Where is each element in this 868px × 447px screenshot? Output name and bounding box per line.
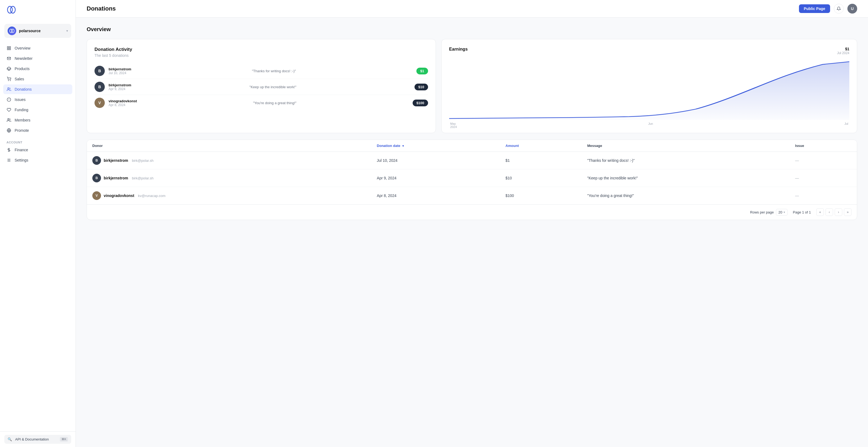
sales-icon [6,76,11,82]
sidebar-item-label: Promote [14,128,29,133]
rows-per-page-value: 20 [778,210,782,214]
cell-amount: $10 [500,169,582,187]
cell-message: "Keep up the incredible work!" [582,169,790,187]
next-page-button[interactable]: › [835,209,842,216]
newsletter-icon [6,56,11,61]
first-page-button[interactable]: « [816,209,824,216]
cell-issue: — [790,152,857,169]
table-row: B birkjernstrom birk@polar.sh Apr 9, 202… [87,169,857,187]
user-avatar[interactable]: U [847,4,857,13]
donation-message: "Keep up the incredible work!" [135,85,411,89]
table-footer: Rows per page 20 ▾ Page 1 of 1 « ‹ › » [87,204,857,220]
svg-rect-7 [9,49,10,50]
chart-labels: May2024 Jun Jul [449,122,849,129]
svg-point-0 [7,6,12,13]
api-docs-button[interactable]: 🔍 API & Documentation ⌘K [4,435,71,444]
svg-point-13 [7,88,9,89]
cell-donor: B birkjernstrom birk@polar.sh [87,152,371,169]
sidebar-item-label: Newsletter [14,56,32,61]
col-amount: Amount [500,140,582,152]
earnings-label: Earnings [449,47,468,52]
donation-activity-item: B birkjernstrom Jul 10, 2024 "Thanks for… [94,63,428,79]
sidebar-item-promote[interactable]: Promote [3,126,72,135]
sidebar-item-finance[interactable]: Finance [3,145,72,155]
prev-page-button[interactable]: ‹ [826,209,833,216]
sidebar-item-label: Donations [14,87,32,92]
account-section-label: ACCOUNT [3,137,72,145]
rows-per-page: Rows per page 20 ▾ [750,209,787,216]
svg-point-17 [7,119,9,120]
chevron-down-icon: ▾ [783,211,785,214]
sidebar-item-label: Settings [14,158,28,162]
col-donor: Donor [87,140,371,152]
donor-info: birkjernstrom Jul 10, 2024 [108,67,131,75]
overview-title: Overview [87,26,857,32]
page-title: Donations [87,5,116,12]
donation-activity-list: B birkjernstrom Jul 10, 2024 "Thanks for… [94,63,428,111]
table-body: B birkjernstrom birk@polar.sh Jul 10, 20… [87,152,857,204]
rows-per-page-select[interactable]: 20 ▾ [776,209,787,216]
cell-issue: — [790,169,857,187]
sidebar: polarsource ▾ Overview Newsletter Produc… [0,0,76,447]
org-switcher[interactable]: polarsource ▾ [4,24,71,38]
pagination: « ‹ › » [816,209,851,216]
earnings-chart: May2024 Jun Jul [449,60,849,125]
sidebar-item-settings[interactable]: Settings [3,155,72,165]
donation-activity-card: Donation Activity The last 5 donations B… [87,39,436,133]
svg-rect-4 [7,46,9,48]
earnings-value: $1 Jul 2024 [837,47,849,55]
sidebar-item-overview[interactable]: Overview [3,43,72,53]
sidebar-item-funding[interactable]: Funding [3,105,72,115]
donation-activity-item: B birkjernstrom Apr 9, 2024 "Keep up the… [94,79,428,95]
donor-avatar: B [94,82,105,92]
earnings-date: Jul 2024 [837,51,849,55]
donor-avatar: B [94,66,105,76]
api-shortcut: ⌘K [60,437,68,442]
sidebar-item-donations[interactable]: Donations [3,85,72,94]
cards-row: Donation Activity The last 5 donations B… [87,39,857,133]
sidebar-item-label: Products [14,67,30,71]
sidebar-item-members[interactable]: Members [3,115,72,125]
donor-cell-email: birk@polar.sh [132,159,154,163]
public-page-button[interactable]: Public Page [799,4,830,13]
funding-icon [6,107,11,112]
earnings-card: Earnings $1 Jul 2024 [441,39,857,133]
sidebar-footer: 🔍 API & Documentation ⌘K [0,431,75,447]
chart-label-jul: Jul [844,122,848,129]
donations-icon [6,87,11,92]
svg-rect-6 [7,49,9,50]
donations-table: Donor Donation date ▾ Amount Message Iss… [87,140,857,204]
notifications-button[interactable] [834,4,844,13]
cell-donor: B birkjernstrom birk@polar.sh [87,169,371,187]
org-name: polarsource [19,29,64,33]
app-logo [0,0,75,21]
sidebar-item-label: Finance [14,148,28,152]
donor-avatar: V [94,98,105,108]
cell-issue: — [790,187,857,204]
svg-point-1 [10,6,15,13]
sidebar-item-sales[interactable]: Sales [3,74,72,84]
donor-date: Jul 10, 2024 [108,71,131,75]
donation-message: "You're doing a great thing!" [141,101,409,105]
donor-info: vinogradovkonst Apr 8, 2024 [108,99,137,107]
col-donation-date[interactable]: Donation date ▾ [371,140,500,152]
cell-message: "You're doing a great thing!" [582,187,790,204]
donor-avatar: B [92,174,101,182]
sidebar-item-products[interactable]: Products [3,64,72,73]
donor-name: vinogradovkonst [108,99,137,103]
sidebar-nav: Overview Newsletter Products Sales Donat… [0,41,75,431]
cell-donation-date: Apr 9, 2024 [371,169,500,187]
donor-date: Apr 8, 2024 [108,103,137,107]
earnings-amount: $1 [837,47,849,51]
svg-rect-5 [9,46,10,48]
amount-badge: $1 [416,68,428,74]
table-row: V vinogradovkonst kv@runacap.com Apr 8, … [87,187,857,204]
sidebar-item-newsletter[interactable]: Newsletter [3,54,72,63]
search-icon: 🔍 [7,437,12,441]
cell-amount: $1 [500,152,582,169]
amount-badge: $10 [414,84,428,90]
members-icon [6,118,11,123]
cell-donor: V vinogradovkonst kv@runacap.com [87,187,371,204]
sidebar-item-issues[interactable]: Issues [3,95,72,104]
last-page-button[interactable]: » [844,209,851,216]
